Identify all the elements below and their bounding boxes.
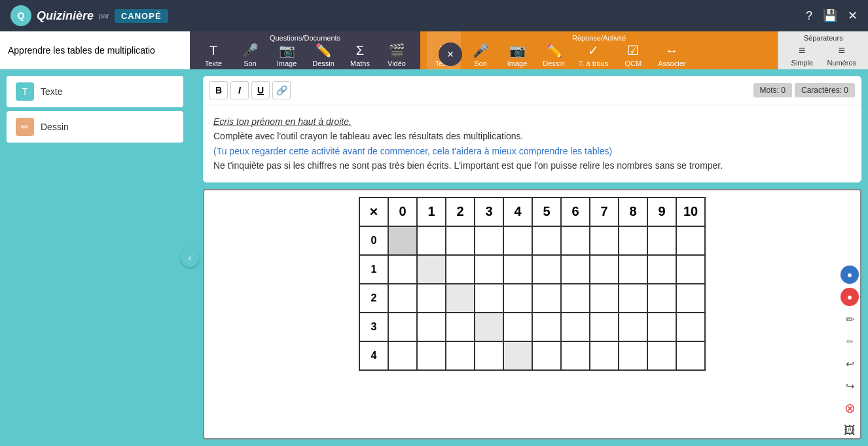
table-row-0: 0	[359, 226, 705, 255]
texte-sidebar-label: Texte	[41, 86, 62, 97]
color-red-btn[interactable]: ●	[841, 288, 859, 306]
q-maths-label: Maths	[350, 60, 370, 67]
top-bar: Q Quizinière par CANOPÉ ? 💾 ✕	[0, 0, 868, 31]
clear-btn[interactable]: ⊗	[841, 399, 859, 417]
table-cell-2-1	[417, 284, 446, 313]
r-image-icon: 📷	[509, 43, 526, 58]
table-cell-0-10	[676, 226, 705, 255]
bold-btn[interactable]: B	[209, 81, 228, 99]
redo-btn[interactable]: ↪	[841, 377, 859, 395]
table-cell-2-3	[475, 284, 503, 313]
table-cell-3-10	[676, 313, 705, 341]
table-row-1: 1	[359, 255, 705, 284]
color-blue-btn[interactable]: ●	[841, 266, 859, 284]
table-cell-4-4	[503, 341, 532, 370]
table-cell-3-0	[388, 313, 417, 341]
undo-btn[interactable]: ↩	[841, 354, 859, 373]
link-btn[interactable]: 🔗	[272, 81, 291, 99]
sep-numeros-label: Numéros	[827, 59, 856, 67]
q-video-btn[interactable]: 🎬 Vidéo	[380, 31, 414, 70]
editor-content: Ecris ton prénom en haut à droite. Compl…	[203, 105, 861, 182]
sidebar-item-dessin[interactable]: ✏ Dessin	[7, 111, 183, 143]
help-icon[interactable]: ?	[806, 9, 812, 23]
editor-toolbar: B I U 🔗 Mots: 0 Caractères: 0	[203, 76, 861, 105]
r-associer-btn[interactable]: ↔ Associer	[653, 31, 691, 70]
line3-text: (Tu peux regarder cette activité avant d…	[213, 144, 851, 158]
table-header-5: 5	[532, 197, 561, 226]
table-cell-1-6	[561, 255, 590, 284]
eraser-tool-btn[interactable]: ✏	[841, 332, 859, 351]
r-associer-icon: ↔	[665, 43, 678, 58]
r-image-btn[interactable]: 📷 Image	[500, 31, 534, 70]
table-cell-4-7	[590, 341, 619, 370]
table-cell-1-2	[446, 255, 475, 284]
table-header-9: 9	[647, 197, 676, 226]
q-son-icon: 🎤	[242, 43, 259, 58]
top-icons: ? 💾 ✕	[806, 9, 858, 23]
table-header-1: 1	[417, 197, 446, 226]
q-texte-btn[interactable]: T Texte	[196, 31, 230, 70]
table-header-7: 7	[590, 197, 619, 226]
table-row-2: 2	[359, 284, 705, 313]
table-cell-4-2	[446, 341, 475, 370]
r-image-label: Image	[507, 60, 528, 67]
line2-text: Complète avec l'outil crayon le tableau …	[213, 129, 851, 143]
underline-btn[interactable]: U	[251, 81, 270, 99]
r-trous-icon: ✓	[588, 43, 599, 58]
table-header-x: ×	[359, 197, 388, 226]
table-cell-0-4	[503, 226, 532, 255]
q-texte-label: Texte	[205, 60, 222, 67]
q-video-label: Vidéo	[388, 60, 406, 67]
table-cell-2-5	[532, 284, 561, 313]
reponse-label: Réponse/Activité	[572, 34, 626, 42]
table-row4-label: 4	[359, 341, 388, 370]
table-cell-0-5	[532, 226, 561, 255]
table-cell-1-9	[647, 255, 676, 284]
table-cell-3-4	[503, 313, 532, 341]
table-row0-label: 0	[359, 226, 388, 255]
table-cell-3-9	[647, 313, 676, 341]
title-input[interactable]	[8, 45, 182, 56]
close-popup-btn[interactable]: ×	[439, 43, 462, 66]
collapse-sidebar-btn[interactable]: ‹	[181, 249, 199, 267]
pencil-tool-btn[interactable]: ✏	[841, 310, 859, 328]
table-row-3: 3	[359, 313, 705, 341]
italic-btn[interactable]: I	[230, 81, 249, 99]
sidebar-item-texte[interactable]: T Texte	[7, 76, 183, 107]
canope-brand: CANOPÉ	[115, 9, 168, 23]
r-dessin-btn[interactable]: ✏️ Dessin	[537, 31, 571, 70]
chars-count-btn[interactable]: Caractères: 0	[795, 83, 855, 97]
q-son-label: Son	[244, 60, 257, 67]
left-sidebar: T Texte ✏ Dessin ‹	[0, 69, 190, 446]
q-maths-icon: Σ	[356, 43, 364, 58]
table-cell-4-0	[388, 341, 417, 370]
q-son-btn[interactable]: 🎤 Son	[233, 31, 267, 70]
table-cell-4-9	[647, 341, 676, 370]
table-cell-1-7	[590, 255, 619, 284]
questions-section: Questions/Documents T Texte 🎤 Son 📷 Imag…	[190, 31, 420, 69]
line4-text: Ne t'inquiète pas si les chiffres ne son…	[213, 158, 851, 173]
r-trous-label: T. à trous	[579, 60, 608, 67]
table-cell-1-4	[503, 255, 532, 284]
table-cell-1-1	[417, 255, 446, 284]
table-cell-3-7	[590, 313, 619, 341]
insert-image-btn[interactable]: 🖼	[841, 421, 859, 439]
table-cell-1-10	[676, 255, 705, 284]
table-cell-2-2	[446, 284, 475, 313]
close-window-icon[interactable]: ✕	[848, 9, 858, 23]
toolbar-area: Questions/Documents T Texte 🎤 Son 📷 Imag…	[0, 31, 868, 69]
save-icon[interactable]: 💾	[823, 9, 837, 23]
table-header-8: 8	[619, 197, 647, 226]
table-cell-4-10	[676, 341, 705, 370]
table-header-3: 3	[475, 197, 503, 226]
sep-simple-label: Simple	[791, 59, 814, 67]
q-maths-btn[interactable]: Σ Maths	[343, 31, 377, 70]
words-count-btn[interactable]: Mots: 0	[753, 83, 792, 97]
texte-sidebar-icon: T	[16, 82, 34, 101]
table-cell-4-6	[561, 341, 590, 370]
dessin-sidebar-icon: ✏	[16, 118, 34, 136]
table-cell-0-1	[417, 226, 446, 255]
r-son-btn[interactable]: 🎤 Son	[463, 31, 497, 70]
drawing-canvas[interactable]: × 0 1 2 3 4 5 6 7 8 9 10 0	[203, 189, 861, 439]
table-row2-label: 2	[359, 284, 388, 313]
